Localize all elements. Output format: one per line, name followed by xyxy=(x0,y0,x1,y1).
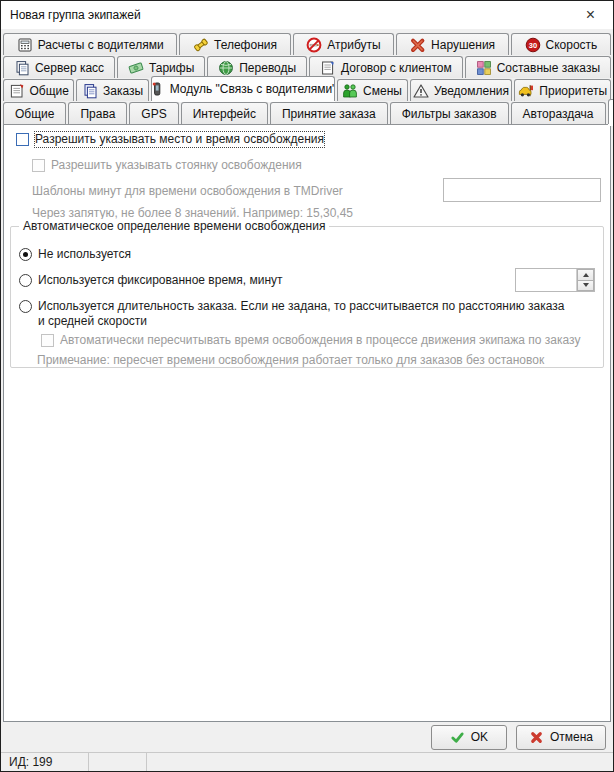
inner-tab-general[interactable]: Общие xyxy=(3,102,66,124)
templates-minutes-input[interactable] xyxy=(443,178,601,202)
checkbox-box[interactable] xyxy=(16,133,29,146)
tab-label: Составные заказы xyxy=(497,61,600,75)
inner-tab-autodispatch[interactable]: Автораздача xyxy=(511,102,606,124)
inner-tab-release[interactable]: Освобождение xyxy=(608,99,614,124)
tab-composite-orders[interactable]: Составные заказы xyxy=(465,56,611,78)
tab-transfers[interactable]: Переводы xyxy=(207,56,307,78)
radio-fixed-time[interactable]: Используется фиксированное время, минут xyxy=(19,273,283,288)
tab-client-contract[interactable]: Договор с клиентом xyxy=(309,56,463,78)
tab-row-2: Сервер кассТарифыПереводыДоговор с клиен… xyxy=(1,55,613,78)
allow-parking-label: Разрешить указывать стоянку освобождения xyxy=(51,158,302,173)
inner-tab-order-filters[interactable]: Фильтры заказов xyxy=(390,102,509,124)
taxi-icon xyxy=(518,83,534,99)
status-cell-3 xyxy=(147,753,613,771)
tab-cash-server[interactable]: Сервер касс xyxy=(3,56,115,78)
status-bar: ИД: 199 xyxy=(1,752,613,771)
tab-priorities[interactable]: Приоритеты xyxy=(514,79,611,101)
tab-shifts[interactable]: Смены xyxy=(337,79,408,101)
radio-circle[interactable] xyxy=(19,274,32,287)
tab-telephony[interactable]: Телефония xyxy=(179,33,290,55)
checkbox-box xyxy=(41,334,54,347)
spin-buttons xyxy=(576,269,594,291)
recalc-label: Автоматически пересчитывать время освобо… xyxy=(60,333,580,348)
tab-label: Тарифы xyxy=(149,61,194,75)
radio-not-used-label: Не используется xyxy=(38,247,131,262)
warning-icon xyxy=(413,83,429,99)
tab-label: Права xyxy=(80,107,115,121)
inner-tab-rights[interactable]: Права xyxy=(68,102,127,124)
templates-hint: Шаблоны минут для времени освобождения в… xyxy=(32,184,343,199)
tab-label: Интерфейс xyxy=(193,107,256,121)
tab-label: Уведомления xyxy=(434,84,509,98)
tab-label: Автораздача xyxy=(523,107,594,121)
inner-tab-order-accept[interactable]: Принятие заказа xyxy=(270,102,388,124)
tab-notifications[interactable]: Уведомления xyxy=(410,79,513,101)
globe-icon xyxy=(218,60,234,76)
tab-label: Нарушения xyxy=(431,38,495,52)
tab-general[interactable]: Общие xyxy=(3,79,74,101)
tab-label: Сервер касс xyxy=(35,61,104,75)
tab-label: Скорость xyxy=(546,38,598,52)
tab-orders[interactable]: Заказы xyxy=(76,79,148,101)
recalc-note: Примечание: пересчет времени освобождени… xyxy=(37,353,544,368)
orders-icon xyxy=(82,83,98,99)
radio-not-used[interactable]: Не используется xyxy=(19,247,131,262)
tab-label: Общие xyxy=(30,84,69,98)
tab-violations[interactable]: Нарушения xyxy=(396,33,508,55)
auto-release-groupbox: Автоматическое определение времени освоб… xyxy=(10,226,604,368)
calculator-icon xyxy=(17,37,33,53)
tab-payments-with-drivers[interactable]: Расчеты с водителями xyxy=(3,33,177,55)
radio-circle[interactable] xyxy=(19,248,32,261)
copy-pages-icon xyxy=(14,60,30,76)
blocks-icon xyxy=(476,60,492,76)
tab-label: Договор с клиентом xyxy=(341,61,452,75)
check-icon xyxy=(450,730,465,745)
form-icon xyxy=(9,83,25,99)
tab-label: Заказы xyxy=(103,84,143,98)
phone-icon xyxy=(193,37,209,53)
tab-attributes[interactable]: Атрибуты xyxy=(293,33,395,55)
speed-limit-icon: 30 xyxy=(525,37,541,53)
money-icon xyxy=(128,60,144,76)
fixed-time-spinner[interactable] xyxy=(515,268,595,292)
spin-down-icon[interactable] xyxy=(577,281,594,292)
radio-order-duration-label: Используется длительность заказа. Если н… xyxy=(38,299,574,329)
tab-label: Общие xyxy=(15,107,54,121)
close-icon[interactable]: × xyxy=(568,1,613,29)
inner-tab-interface[interactable]: Интерфейс xyxy=(181,102,268,124)
release-settings-panel: Разрешить указывать место и время освобо… xyxy=(3,124,611,722)
inner-tab-row: ОбщиеПраваGPSИнтерфейсПринятие заказаФил… xyxy=(1,101,613,124)
checkbox-box xyxy=(32,159,45,172)
radio-fixed-time-label: Используется фиксированное время, минут xyxy=(38,273,283,288)
window-title: Новая группа экипажей xyxy=(1,8,568,22)
tab-label: Телефония xyxy=(214,38,277,52)
fixed-time-value[interactable] xyxy=(516,269,576,291)
tab-label: Атрибуты xyxy=(327,38,380,52)
dialog-footer: OK Отмена xyxy=(1,722,613,752)
radio-circle[interactable] xyxy=(19,300,32,313)
tab-driver-link-module[interactable]: Модуль "Связь с водителями" xyxy=(151,76,335,101)
outer-tab-strip: Расчеты с водителямиТелефонияАтрибутыНар… xyxy=(1,29,613,124)
cancel-button[interactable]: Отмена xyxy=(516,725,606,750)
tab-speed[interactable]: 30Скорость xyxy=(511,33,611,55)
allow-place-time-checkbox[interactable]: Разрешить указывать место и время освобо… xyxy=(16,132,324,147)
spin-up-icon[interactable] xyxy=(577,269,594,281)
tab-label: GPS xyxy=(141,107,166,121)
recalc-checkbox: Автоматически пересчитывать время освобо… xyxy=(41,333,580,348)
people-icon xyxy=(342,83,358,99)
cancel-x-icon xyxy=(529,730,544,745)
svg-text:30: 30 xyxy=(528,40,536,49)
tab-tariffs[interactable]: Тарифы xyxy=(117,56,205,78)
radio-order-duration[interactable]: Используется длительность заказа. Если н… xyxy=(19,299,574,329)
contract-icon xyxy=(320,60,336,76)
status-cell-2 xyxy=(89,753,147,771)
inner-tab-gps[interactable]: GPS xyxy=(129,102,178,124)
tab-row-3: ОбщиеЗаказыМодуль "Связь с водителями"См… xyxy=(1,78,613,101)
cancel-label: Отмена xyxy=(550,730,593,744)
tab-label: Принятие заказа xyxy=(282,107,376,121)
no-smoking-icon xyxy=(306,37,322,53)
ok-button[interactable]: OK xyxy=(431,725,507,750)
tab-label: Смены xyxy=(363,84,402,98)
tab-label: Модуль "Связь с водителями" xyxy=(170,82,335,96)
auto-release-group-title: Автоматическое определение времени освоб… xyxy=(19,219,329,233)
